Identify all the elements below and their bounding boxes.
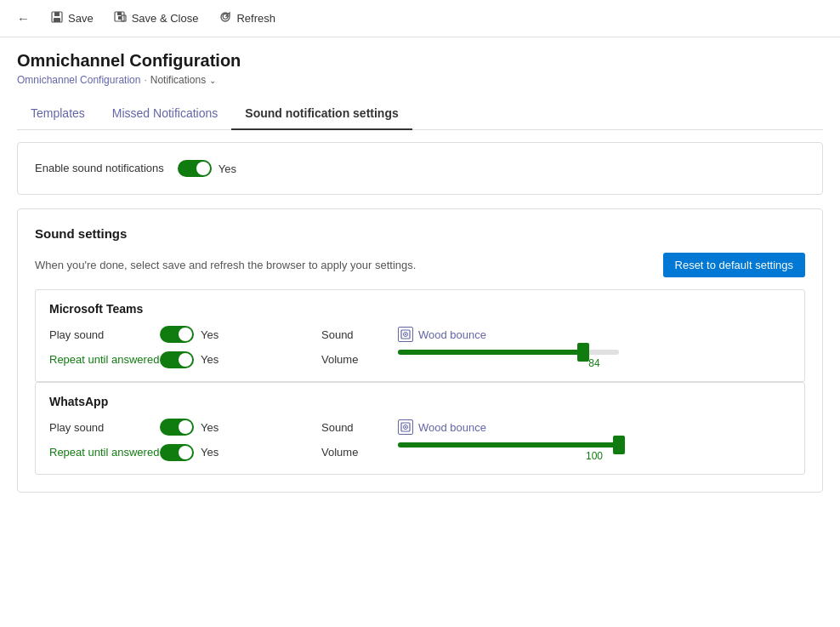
enable-sound-toggle[interactable] [178, 160, 212, 177]
save-icon [50, 10, 64, 26]
whatsapp-sound-link[interactable]: Wood bounce [398, 419, 486, 435]
channel-block-ms-teams: Microsoft Teams Play sound Yes Sound [35, 289, 805, 382]
refresh-label: Refresh [236, 12, 275, 25]
ms-teams-sound-link[interactable]: Wood bounce [398, 327, 486, 342]
ms-teams-sound-value: Wood bounce [418, 328, 486, 341]
info-row: When you're done, select save and refres… [35, 253, 805, 277]
whatsapp-sound-value: Wood bounce [418, 421, 486, 434]
svg-rect-5 [118, 15, 121, 16]
whatsapp-repeat-toggle-wrap: Yes [160, 444, 219, 461]
enable-sound-value: Yes [219, 162, 236, 175]
tabs: Templates Missed Notifications Sound not… [17, 100, 823, 130]
svg-rect-1 [54, 12, 60, 16]
ms-teams-repeat-value: Yes [201, 353, 219, 366]
refresh-button[interactable]: Refresh [210, 6, 284, 31]
enable-sound-toggle-wrap: Yes [178, 160, 236, 177]
svg-point-13 [405, 333, 406, 335]
breadcrumb-sep: · [144, 74, 146, 86]
whatsapp-sound-label: Sound [321, 421, 389, 434]
whatsapp-volume-fill [398, 442, 619, 447]
ms-teams-volume-slider-wrap: 84 [398, 350, 791, 369]
whatsapp-repeat-toggle[interactable] [160, 444, 194, 461]
sound-settings-section: Sound settings When you're done, select … [17, 208, 823, 493]
page-title: Omnichannel Configuration [17, 51, 823, 71]
enable-sound-section: Enable sound notifications Yes [17, 142, 823, 195]
ms-teams-volume-label: Volume [321, 353, 389, 366]
svg-rect-4 [117, 12, 122, 15]
save-close-icon [114, 10, 128, 26]
ms-teams-sound-icon [398, 327, 413, 342]
ms-teams-play-sound-value: Yes [201, 328, 219, 341]
save-button[interactable]: Save [42, 6, 102, 31]
svg-rect-2 [54, 18, 60, 22]
breadcrumb-current[interactable]: Notifications [150, 74, 206, 86]
save-close-button[interactable]: Save & Close [105, 6, 207, 31]
enable-sound-label: Enable sound notifications [35, 161, 164, 176]
page-content: Omnichannel Configuration Omnichannel Co… [0, 37, 840, 627]
whatsapp-volume-thumb[interactable] [613, 436, 625, 454]
svg-rect-6 [118, 16, 122, 20]
ms-teams-sound-label: Sound [321, 328, 389, 341]
ms-teams-play-sound-toggle[interactable] [160, 326, 194, 343]
breadcrumb: Omnichannel Configuration · Notification… [17, 74, 823, 86]
whatsapp-play-sound-toggle-wrap: Yes [160, 419, 219, 436]
sound-settings-title: Sound settings [35, 226, 805, 241]
back-button[interactable]: ← [9, 7, 38, 30]
ms-teams-repeat-toggle-wrap: Yes [160, 351, 219, 368]
channel-name-ms-teams: Microsoft Teams [49, 302, 791, 316]
ms-teams-volume-track[interactable] [398, 350, 619, 355]
tab-missed-notifications[interactable]: Missed Notifications [99, 100, 232, 130]
toolbar: ← Save Save & Close [0, 0, 840, 37]
ms-teams-play-sound-label: Play sound [49, 328, 160, 341]
reset-default-button[interactable]: Reset to default settings [663, 253, 805, 277]
whatsapp-volume-track[interactable] [398, 442, 619, 447]
whatsapp-play-sound-toggle[interactable] [160, 419, 194, 436]
save-close-label: Save & Close [132, 12, 199, 25]
whatsapp-play-sound-row: Play sound Yes Sound [49, 419, 791, 436]
channel-block-whatsapp: WhatsApp Play sound Yes Sound [35, 382, 805, 475]
ms-teams-volume-value: 84 [398, 357, 791, 369]
whatsapp-volume-slider-wrap: 100 [398, 442, 791, 462]
back-icon: ← [17, 11, 30, 26]
whatsapp-repeat-label: Repeat until answered [49, 446, 160, 459]
breadcrumb-parent[interactable]: Omnichannel Configuration [17, 74, 140, 86]
whatsapp-play-sound-label: Play sound [49, 421, 160, 434]
whatsapp-volume-value: 100 [398, 450, 791, 462]
whatsapp-repeat-row: Repeat until answered Yes Volume [49, 442, 791, 462]
breadcrumb-dropdown-icon[interactable]: ⌄ [209, 76, 216, 85]
info-text: When you're done, select save and refres… [35, 259, 416, 271]
tab-templates[interactable]: Templates [17, 100, 99, 130]
ms-teams-repeat-label: Repeat until answered [49, 353, 160, 366]
whatsapp-sound-icon [398, 419, 413, 435]
whatsapp-repeat-value: Yes [201, 446, 219, 459]
svg-point-16 [405, 426, 406, 428]
whatsapp-volume-label: Volume [321, 446, 389, 459]
refresh-icon [219, 10, 232, 26]
ms-teams-volume-fill [398, 350, 583, 355]
ms-teams-repeat-toggle[interactable] [160, 351, 194, 368]
ms-teams-play-sound-row: Play sound Yes Sound [49, 326, 791, 343]
channel-name-whatsapp: WhatsApp [49, 395, 791, 408]
ms-teams-repeat-row: Repeat until answered Yes Volume [49, 350, 791, 369]
ms-teams-volume-thumb[interactable] [577, 343, 589, 362]
ms-teams-play-sound-toggle-wrap: Yes [160, 326, 219, 343]
tab-sound-notification-settings[interactable]: Sound notification settings [231, 100, 411, 130]
save-label: Save [68, 12, 94, 25]
whatsapp-play-sound-value: Yes [201, 421, 219, 434]
